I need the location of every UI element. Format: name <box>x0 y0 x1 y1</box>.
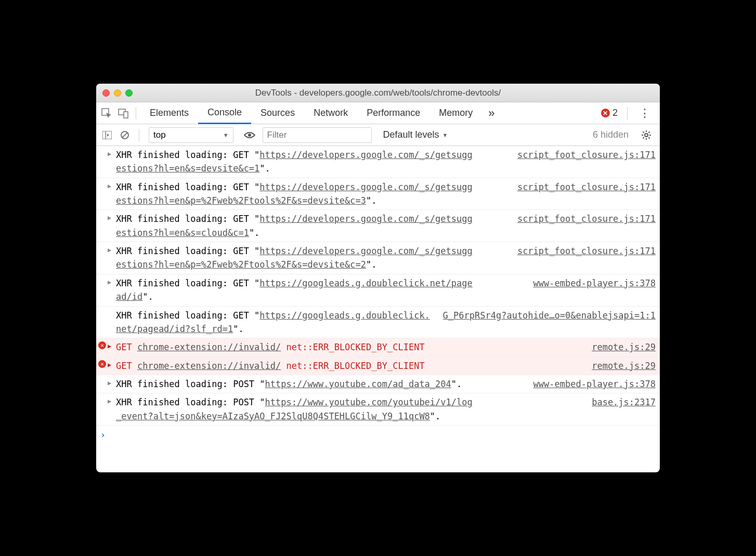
expand-arrow-icon[interactable]: ▶ <box>108 245 111 255</box>
svg-line-6 <box>122 133 127 138</box>
main-toolbar: Elements Console Sources Network Perform… <box>96 102 660 124</box>
log-message: XHR finished loading: POST "https://www.… <box>116 395 474 423</box>
console-log-row[interactable]: ▶XHR finished loading: POST "https://www… <box>96 393 660 426</box>
log-levels-select[interactable]: Default levels ▼ <box>374 129 458 140</box>
error-count-badge[interactable]: ✕ 2 <box>596 108 623 118</box>
log-message: XHR finished loading: GET "https://devel… <box>116 244 474 272</box>
hidden-count[interactable]: 6 hidden <box>588 129 634 140</box>
clear-console-icon[interactable] <box>117 127 133 143</box>
tab-sources[interactable]: Sources <box>251 102 304 124</box>
expand-arrow-icon[interactable]: ▶ <box>108 360 111 370</box>
source-link[interactable]: script_foot_closure.js:171 <box>509 212 660 240</box>
close-window-button[interactable] <box>102 89 110 97</box>
expand-arrow-icon[interactable]: ▶ <box>108 396 111 406</box>
log-message: GET chrome-extension://invalid/ net::ERR… <box>116 340 425 354</box>
console-settings-icon[interactable] <box>636 130 657 140</box>
chevron-down-icon: ▼ <box>442 132 448 138</box>
console-log-row[interactable]: ▶XHR finished loading: GET "https://deve… <box>96 210 660 242</box>
log-message: XHR finished loading: GET "https://googl… <box>116 276 474 304</box>
source-link[interactable]: script_foot_closure.js:171 <box>509 148 660 176</box>
console-error-row[interactable]: ✕▶GET chrome-extension://invalid/ net::E… <box>96 357 660 375</box>
expand-arrow-icon[interactable]: ▶ <box>108 341 111 351</box>
svg-rect-2 <box>124 112 128 118</box>
source-link[interactable]: remote.js:29 <box>583 340 660 354</box>
source-link[interactable]: script_foot_closure.js:171 <box>509 244 660 272</box>
console-log-row[interactable]: ▶XHR finished loading: POST "https://www… <box>96 375 660 393</box>
expand-arrow-icon[interactable]: ▶ <box>108 149 111 159</box>
source-link[interactable]: remote.js:29 <box>583 359 660 373</box>
panel-tabs: Elements Console Sources Network Perform… <box>140 102 596 124</box>
console-error-row[interactable]: ✕▶GET chrome-extension://invalid/ net::E… <box>96 338 660 356</box>
chevron-down-icon: ▼ <box>223 132 229 138</box>
live-expression-icon[interactable] <box>239 131 260 139</box>
error-icon: ✕ <box>601 109 610 117</box>
context-select[interactable]: top ▼ <box>149 127 233 143</box>
inspect-element-icon[interactable] <box>98 102 115 124</box>
log-message: XHR finished loading: GET "https://googl… <box>116 309 435 336</box>
source-link[interactable]: www-embed-player.js:378 <box>525 276 660 304</box>
svg-point-7 <box>248 134 251 137</box>
console-output: ▶XHR finished loading: GET "https://deve… <box>96 146 660 426</box>
source-link[interactable]: www-embed-player.js:378 <box>525 377 660 391</box>
error-count: 2 <box>612 108 618 118</box>
filter-input[interactable] <box>263 127 372 143</box>
tab-network[interactable]: Network <box>304 102 357 124</box>
settings-menu-icon[interactable]: ⋮ <box>632 107 658 120</box>
console-log-row[interactable]: ▶XHR finished loading: GET "https://goog… <box>96 274 660 307</box>
source-link[interactable]: script_foot_closure.js:171 <box>509 180 660 208</box>
expand-arrow-icon[interactable]: ▶ <box>108 378 111 388</box>
traffic-lights <box>102 89 133 97</box>
titlebar: DevTools - developers.google.com/web/too… <box>96 84 660 102</box>
console-log-row[interactable]: XHR finished loading: GET "https://googl… <box>96 307 660 339</box>
svg-point-8 <box>645 134 648 137</box>
zoom-window-button[interactable] <box>125 89 133 97</box>
error-icon: ✕ <box>98 341 106 349</box>
log-message: XHR finished loading: GET "https://devel… <box>116 180 474 208</box>
sidebar-toggle-icon[interactable] <box>99 127 115 143</box>
expand-arrow-icon[interactable]: ▶ <box>108 213 111 223</box>
devtools-window: DevTools - developers.google.com/web/too… <box>96 84 660 472</box>
error-icon: ✕ <box>98 360 106 368</box>
log-message: XHR finished loading: POST "https://www.… <box>116 377 462 391</box>
source-link[interactable]: base.js:2317 <box>583 395 660 423</box>
source-link[interactable]: G_P6rpRSr4g?autohide…o=0&enablejsapi=1:1 <box>435 309 660 336</box>
console-log-row[interactable]: ▶XHR finished loading: GET "https://deve… <box>96 242 660 274</box>
tabs-overflow-icon[interactable]: » <box>482 107 501 120</box>
log-message: XHR finished loading: GET "https://devel… <box>116 212 474 240</box>
tab-memory[interactable]: Memory <box>429 102 482 124</box>
levels-label: Default levels <box>383 129 439 140</box>
tab-performance[interactable]: Performance <box>357 102 429 124</box>
device-toolbar-icon[interactable] <box>115 102 132 124</box>
window-title: DevTools - developers.google.com/web/too… <box>96 88 660 98</box>
tab-console[interactable]: Console <box>198 102 251 124</box>
tab-elements[interactable]: Elements <box>140 102 198 124</box>
minimize-window-button[interactable] <box>114 89 121 97</box>
log-message: XHR finished loading: GET "https://devel… <box>116 148 474 176</box>
console-prompt[interactable]: › <box>96 426 660 472</box>
console-toolbar: top ▼ Default levels ▼ 6 hidden <box>96 124 660 146</box>
console-log-row[interactable]: ▶XHR finished loading: GET "https://deve… <box>96 146 660 178</box>
expand-arrow-icon[interactable]: ▶ <box>108 277 111 287</box>
log-message: GET chrome-extension://invalid/ net::ERR… <box>116 359 425 373</box>
console-log-row[interactable]: ▶XHR finished loading: GET "https://deve… <box>96 178 660 210</box>
expand-arrow-icon[interactable]: ▶ <box>108 181 111 191</box>
context-value: top <box>153 130 166 140</box>
